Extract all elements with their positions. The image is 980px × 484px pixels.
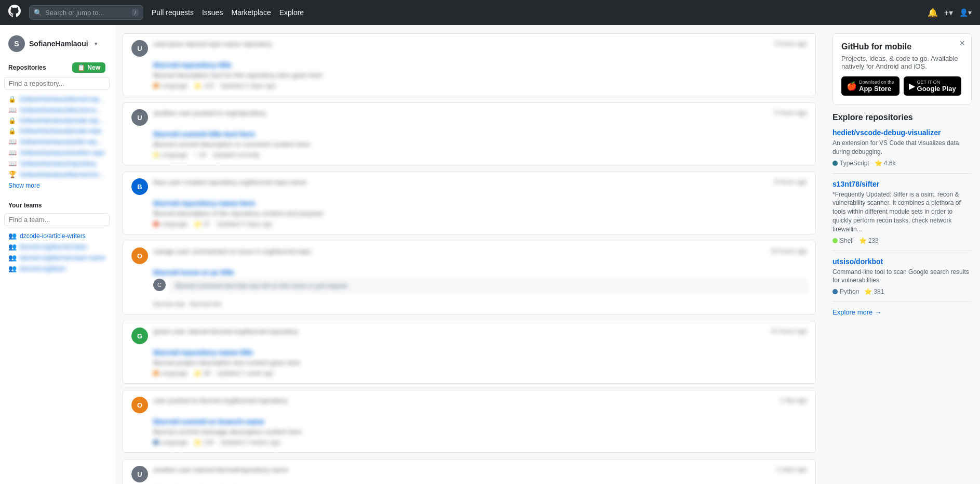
user-menu-icon[interactable]: 👤▾ <box>959 8 972 17</box>
list-item[interactable]: 🔒 SofianeHamlaoui/private-repository <box>4 115 110 126</box>
explore-more-link[interactable]: Explore more → <box>833 308 972 316</box>
nav-marketplace[interactable]: Marketplace <box>231 8 271 17</box>
star-icon: ⭐ <box>859 237 867 244</box>
list-item[interactable]: 👥 blurred-org/team <box>4 263 110 274</box>
star-count: ⭐ 4.6k <box>875 160 896 167</box>
feed-item-stats: Language ⭐ 234 Updated 2 weeks ago <box>153 439 807 446</box>
star-icon: ⭐ <box>864 288 872 295</box>
feed-item: U another-user pushed to org/repository … <box>123 102 816 165</box>
team-link[interactable]: blurred-org/blurred-team <box>20 243 87 251</box>
github-logo[interactable] <box>8 5 21 20</box>
feed-stat-language: Language <box>153 220 187 228</box>
feed-item-title[interactable]: blurred-commit-or-branch-name <box>153 417 807 426</box>
feed-item: U another-user starred blurred/repositor… <box>123 459 816 484</box>
nav-issues[interactable]: Issues <box>202 8 223 17</box>
team-link[interactable]: blurred-org/team <box>20 265 66 272</box>
app-store-button[interactable]: 🍎 Download on the App Store <box>841 76 900 96</box>
close-button[interactable]: × <box>959 38 965 49</box>
notifications-bell-icon[interactable]: 🔔 <box>928 8 938 18</box>
nav-explore[interactable]: Explore <box>279 8 304 17</box>
repo-link[interactable]: SofianeHamlaoui/blurred-long-repo-name-h… <box>20 171 105 178</box>
language-color-dot <box>833 289 838 294</box>
lock-icon: 🔒 <box>8 117 16 124</box>
lock-icon: 🔒 <box>8 127 16 135</box>
team-link[interactable]: blurred-org/blurred-team-name <box>20 254 105 261</box>
list-item[interactable]: 🔒 SofianeHamlaoui/blurred-repository-nam… <box>4 94 110 104</box>
feed-username: orange-user commented on issue in org/bl… <box>153 247 311 255</box>
explore-repo-description: An extension for VS Code that visualizes… <box>833 139 972 156</box>
feed-item: O user pushed to blurred-org/blurred-rep… <box>123 390 816 453</box>
repo-link[interactable]: SofianeHamlaoui/private-repository <box>19 117 105 124</box>
right-panel: × GitHub for mobile Projects, ideas, & c… <box>824 25 980 484</box>
repository-list: 🔒 SofianeHamlaoui/blurred-repository-nam… <box>4 94 110 180</box>
google-play-label-small: GET IT ON <box>917 80 956 85</box>
language-label: Shell <box>840 237 854 244</box>
repo-link[interactable]: SofianeHamlaoui/blurred-repository-name <box>19 96 105 103</box>
new-repository-button[interactable]: 📋 New <box>72 62 105 73</box>
feed-item-title[interactable]: blurred-repository-name-title <box>153 348 807 357</box>
find-repository-input[interactable] <box>4 77 110 90</box>
list-item[interactable]: 👥 blurred-org/blurred-team-name <box>4 252 110 263</box>
nav-links: Pull requests Issues Marketplace Explore <box>152 8 304 17</box>
nav-pull-requests[interactable]: Pull requests <box>152 8 194 17</box>
explore-repo-name[interactable]: s13nt78/sifter <box>833 180 972 188</box>
feed-timestamp: 10 hours ago <box>771 247 807 255</box>
repo-link[interactable]: SofianeHamlaoui/public-repository-name <box>20 138 105 146</box>
repo-link[interactable]: SofianeHamlaoui/repository <box>20 160 96 167</box>
list-item[interactable]: 👥 dzcode-io/article-writers <box>4 230 110 241</box>
user-profile[interactable]: S SofianeHamlaoui ▾ <box>4 33 110 58</box>
find-team-input[interactable] <box>4 213 110 226</box>
app-store-label-small: Download on the <box>859 80 894 85</box>
app-store-label-big: App Store <box>859 85 894 93</box>
repo-link[interactable]: SofianeHamlaoui/blurred-repo-long-name <box>20 107 105 114</box>
google-play-button[interactable]: ▶ GET IT ON Google Play <box>904 76 961 96</box>
lock-icon: 🔒 <box>8 96 16 103</box>
search-placeholder: Search or jump to... <box>45 9 104 17</box>
list-item[interactable]: 📖 SofianeHamlaoui/another-repo <box>4 147 110 158</box>
feed-stat-updated: Updated 2 weeks ago <box>220 439 280 446</box>
list-item[interactable]: 🏆 SofianeHamlaoui/blurred-long-repo-name… <box>4 169 110 180</box>
list-item[interactable]: 👥 blurred-org/blurred-team <box>4 241 110 252</box>
feed-stat-language: Language <box>153 370 187 377</box>
feed-meta: blue-user created repository org/blurred… <box>153 178 807 186</box>
feed-item-title[interactable]: blurred-commit-title-text-here <box>153 130 807 138</box>
explore-repo-name[interactable]: utsiso/dorkbot <box>833 257 972 266</box>
popup-description: Projects, ideas, & code to go. Available… <box>841 55 963 70</box>
avatar: U <box>131 466 148 482</box>
feed-item-title[interactable]: blurred-issue-or-pr-title <box>153 268 807 277</box>
list-item[interactable]: 🔒 SofianeHamlaoui/private-repo <box>4 126 110 136</box>
repo-link[interactable]: SofianeHamlaoui/private-repo <box>19 127 102 135</box>
star-icon: ⭐ <box>875 160 882 167</box>
search-icon: 🔍 <box>34 9 42 17</box>
explore-repo-name[interactable]: hediet/vscode-debug-visualizer <box>833 128 972 137</box>
feed-username: another-user starred blurred/repository-… <box>153 466 288 474</box>
feed-item-stats: Language ⭐ 123 Updated 2 days ago <box>153 82 807 89</box>
avatar: S <box>8 35 25 52</box>
explore-repo-card: utsiso/dorkbot Command-line tool to scan… <box>833 257 972 303</box>
search-box[interactable]: 🔍 Search or jump to... / <box>29 5 143 20</box>
feed-username: green-user starred blurred-org/blurred-r… <box>153 328 299 335</box>
create-new-icon[interactable]: +▾ <box>944 8 953 18</box>
language-color-dot <box>833 161 838 166</box>
feed-item: U username starred repo-name repository … <box>123 33 816 96</box>
team-link[interactable]: dzcode-io/article-writers <box>20 232 86 240</box>
show-more-button[interactable]: Show more <box>4 180 110 191</box>
explore-repo-stats: Shell ⭐ 233 <box>833 237 972 244</box>
list-item[interactable]: 📖 SofianeHamlaoui/repository <box>4 158 110 169</box>
explore-repo-description: *Frequently Updated: Sifter is a osint, … <box>833 190 972 234</box>
feed-item-title[interactable]: blurred-repository-title <box>153 61 807 69</box>
feed-item: B blue-user created repository org/blurr… <box>123 172 816 234</box>
feed-username: user pushed to blurred-org/blurred-repos… <box>153 397 288 404</box>
feed-meta: user pushed to blurred-org/blurred-repos… <box>153 397 807 404</box>
feed-timestamp: 12 hours ago <box>771 328 807 335</box>
list-item[interactable]: 📖 SofianeHamlaoui/blurred-repo-long-name <box>4 104 110 115</box>
book-icon: 📖 <box>8 160 17 167</box>
main-feed: U username starred repo-name repository … <box>114 25 824 484</box>
feed-stat-stars: ⭐ 123 <box>194 82 213 89</box>
feed-stat-updated: blurred-stat · blurred-info <box>153 300 221 308</box>
feed-item-title[interactable]: blurred-repository-name-here <box>153 199 807 207</box>
list-item[interactable]: 📖 SofianeHamlaoui/public-repository-name <box>4 136 110 147</box>
feed-username: another-user pushed to org/repository <box>153 109 266 117</box>
repo-link[interactable]: SofianeHamlaoui/another-repo <box>20 149 104 156</box>
feed-item-description: Blurred commit message description conte… <box>153 428 807 436</box>
